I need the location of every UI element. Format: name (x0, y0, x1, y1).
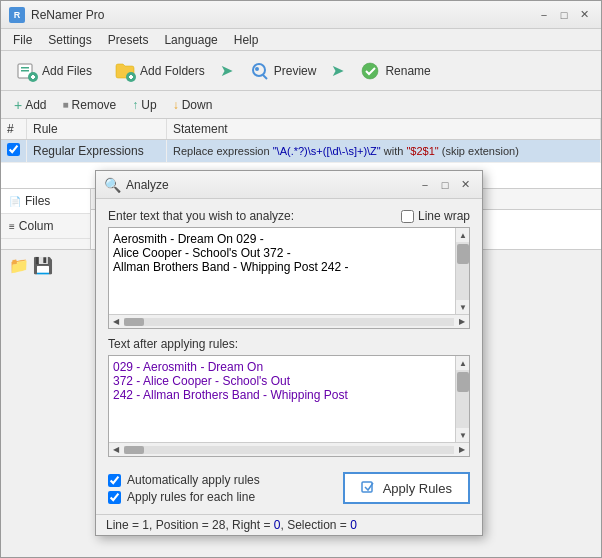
modal-title-bar: 🔍 Analyze − □ ✕ (96, 171, 482, 199)
output-line-2: 372 - Alice Cooper - School's Out (113, 374, 451, 388)
columns-tab-icon: ≡ (9, 221, 15, 232)
scroll-up-arrow[interactable]: ▲ (456, 228, 470, 242)
modal-controls: − □ ✕ (416, 176, 474, 194)
col-header-rule: Rule (27, 119, 167, 140)
maximize-button[interactable]: □ (555, 6, 573, 24)
rule-enabled-checkbox[interactable] (7, 143, 20, 156)
title-bar: R ReNamer Pro − □ ✕ (1, 1, 601, 29)
apply-each-line-row: Apply rules for each line (108, 490, 260, 504)
line-wrap-option: Line wrap (401, 209, 470, 223)
app-title: ReNamer Pro (31, 8, 535, 22)
down-icon: ↓ (173, 98, 179, 112)
menu-help[interactable]: Help (226, 31, 267, 49)
remove-rule-button[interactable]: ■ Remove (56, 94, 124, 116)
status-text: Line = 1, Position = 28, Right = 0, Sele… (106, 518, 357, 532)
selection-val: 0 (350, 518, 357, 532)
output-label: Text after applying rules: (108, 337, 470, 351)
preview-button[interactable]: Preview (239, 55, 326, 87)
add-files-label: Add Files (42, 64, 92, 78)
output-hscroll-thumb[interactable] (124, 446, 144, 454)
down-rule-button[interactable]: ↓ Down (166, 94, 220, 116)
auto-apply-row: Automatically apply rules (108, 473, 260, 487)
apply-each-line-label: Apply rules for each line (127, 490, 255, 504)
apply-each-line-checkbox[interactable] (108, 491, 121, 504)
add-files-button[interactable]: Add Files (7, 55, 101, 87)
output-textarea-row: 029 - Aerosmith - Dream On 372 - Alice C… (109, 356, 469, 442)
remove-icon: ■ (63, 99, 69, 110)
tab-files[interactable]: 📄 Files (1, 189, 90, 214)
input-vscroll[interactable]: ▲ ▼ (455, 228, 469, 314)
analyze-icon: 🔍 (104, 177, 120, 193)
hscroll-left[interactable]: ◀ (109, 315, 123, 329)
input-hscroll[interactable]: ◀ ▶ (109, 314, 469, 328)
svg-line-11 (263, 75, 267, 79)
output-textarea-wrapper: 029 - Aerosmith - Dream On 372 - Alice C… (108, 355, 470, 457)
add-folders-button[interactable]: Add Folders (105, 55, 214, 87)
add-icon: + (14, 97, 22, 113)
menu-presets[interactable]: Presets (100, 31, 157, 49)
input-textarea-row: ▲ ▼ (109, 228, 469, 314)
hscroll-track (124, 318, 454, 326)
row-statement: Replace expression "\A(.*?)\s+([\d\-\s]+… (167, 140, 601, 163)
tab-columns[interactable]: ≡ Colum (1, 214, 90, 239)
scroll-down-arrow[interactable]: ▼ (456, 300, 470, 314)
apply-rules-button[interactable]: Apply Rules (343, 472, 470, 504)
svg-point-9 (253, 64, 265, 76)
rules-table: # Rule Statement Regular Expressions Rep… (1, 119, 601, 163)
rename-label: Rename (385, 64, 430, 78)
columns-tab-label: Colum (19, 219, 54, 233)
up-icon: ↑ (132, 98, 138, 112)
line-wrap-checkbox[interactable] (401, 210, 414, 223)
sub-toolbar: + Add ■ Remove ↑ Up ↓ Down (1, 91, 601, 119)
svg-point-10 (255, 67, 259, 71)
hscroll-thumb[interactable] (124, 318, 144, 326)
output-scroll-up[interactable]: ▲ (456, 356, 470, 370)
auto-apply-label: Automatically apply rules (127, 473, 260, 487)
svg-rect-5 (32, 75, 34, 79)
modal-body: Enter text that you wish to analyze: Lin… (96, 199, 482, 514)
up-rule-button[interactable]: ↑ Up (125, 94, 163, 116)
scroll-thumb[interactable] (457, 244, 469, 264)
scroll-track (456, 242, 469, 300)
auto-apply-checkbox[interactable] (108, 474, 121, 487)
minimize-button[interactable]: − (535, 6, 553, 24)
table-row[interactable]: Regular Expressions Replace expression "… (1, 140, 601, 163)
input-textarea[interactable] (109, 228, 455, 314)
add-label: Add (25, 98, 46, 112)
down-label: Down (182, 98, 213, 112)
save-icon-button[interactable]: 💾 (33, 256, 53, 275)
output-hscroll[interactable]: ◀ ▶ (109, 442, 469, 456)
close-button[interactable]: ✕ (575, 6, 593, 24)
output-scroll-track (456, 370, 469, 428)
preview-label: Preview (274, 64, 317, 78)
row-checkbox[interactable] (1, 140, 27, 163)
output-hscroll-right[interactable]: ▶ (455, 443, 469, 457)
line-wrap-label: Line wrap (418, 209, 470, 223)
app-icon: R (9, 7, 25, 23)
rename-button[interactable]: Rename (350, 55, 439, 87)
output-scroll-thumb[interactable] (457, 372, 469, 392)
up-label: Up (141, 98, 156, 112)
output-hscroll-left[interactable]: ◀ (109, 443, 123, 457)
input-label-row: Enter text that you wish to analyze: Lin… (108, 209, 470, 223)
modal-close-button[interactable]: ✕ (456, 176, 474, 194)
svg-rect-2 (21, 70, 29, 72)
output-vscroll[interactable]: ▲ ▼ (455, 356, 469, 442)
modal-maximize-button[interactable]: □ (436, 176, 454, 194)
add-rule-button[interactable]: + Add (7, 94, 54, 116)
menu-file[interactable]: File (5, 31, 40, 49)
hscroll-right[interactable]: ▶ (455, 315, 469, 329)
folder-icon-button[interactable]: 📁 (9, 256, 29, 275)
menu-language[interactable]: Language (156, 31, 225, 49)
menu-settings[interactable]: Settings (40, 31, 99, 49)
col-header-statement: Statement (167, 119, 601, 140)
col-header-hash: # (1, 119, 27, 140)
menu-bar: File Settings Presets Language Help (1, 29, 601, 51)
add-folders-icon (114, 60, 136, 82)
remove-label: Remove (72, 98, 117, 112)
modal-minimize-button[interactable]: − (416, 176, 434, 194)
output-line-3: 242 - Allman Brothers Band - Whipping Po… (113, 388, 451, 402)
modal-title: Analyze (126, 178, 416, 192)
analyze-dialog: 🔍 Analyze − □ ✕ Enter text that you wish… (95, 170, 483, 536)
output-scroll-down[interactable]: ▼ (456, 428, 470, 442)
